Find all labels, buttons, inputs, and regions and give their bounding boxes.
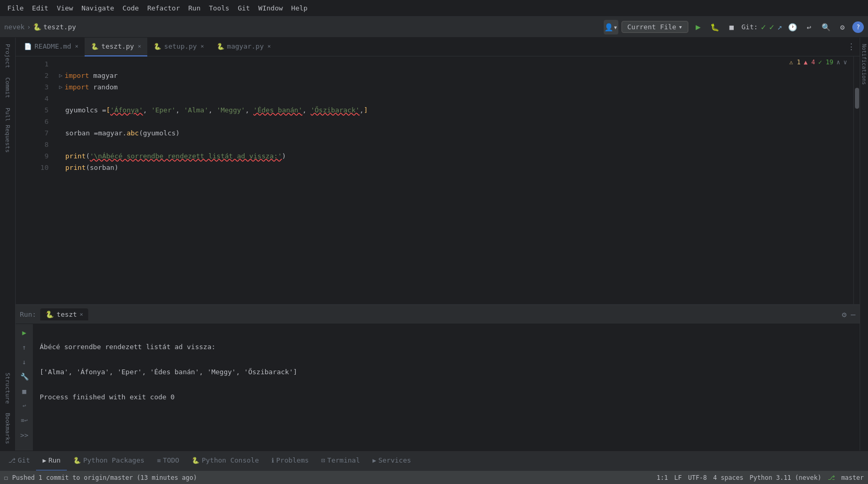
charset[interactable]: UTF-8 (688, 474, 707, 481)
python-version[interactable]: Python 3.11 (nevek) (749, 474, 821, 481)
var-gyumolcs: gyumolcs (65, 105, 102, 116)
fold-3[interactable]: ▷ (59, 82, 63, 93)
bottom-tab-run[interactable]: ▶ Run (36, 451, 67, 471)
run-wrench-btn[interactable]: 🔧 (18, 370, 31, 383)
menu-edit[interactable]: Edit (29, 3, 51, 13)
run-tab-icon-bottom: ▶ (42, 457, 46, 464)
menu-file[interactable]: File (4, 3, 27, 13)
code-editor[interactable]: 1 2 3 4 5 6 7 8 9 10 ▷ i (16, 56, 860, 304)
services-label: Services (378, 456, 411, 464)
run-tab-teszt[interactable]: 🐍 teszt × (40, 308, 88, 320)
bottom-tab-terminal[interactable]: ⊡ Terminal (315, 451, 366, 471)
run-play-btn[interactable]: ▶ (18, 326, 31, 339)
menu-view[interactable]: View (54, 3, 76, 13)
bottom-tab-python-packages[interactable]: 🐍 Python Packages (67, 451, 150, 471)
menu-help[interactable]: Help (288, 3, 311, 13)
run-config-button[interactable]: Current File ▾ (621, 21, 688, 33)
minimap-scrollbar[interactable] (853, 56, 860, 304)
menu-refactor[interactable]: Refactor (144, 3, 183, 13)
search-button[interactable]: 🔍 (819, 20, 832, 34)
tab-close-readme[interactable]: × (75, 43, 78, 50)
code-content[interactable]: ▷ import magyar ▷ import random (55, 56, 853, 304)
tab-close-setup[interactable]: × (201, 43, 204, 50)
ln-2: 2 (26, 70, 49, 82)
status-left: ☐ Pushed 1 commit to origin/master (13 m… (4, 474, 197, 481)
code-line-5: gyumolcs = [ 'Áfonya' , 'Eper' , 'Alma' … (59, 105, 849, 116)
bottom-tab-problems[interactable]: ℹ Problems (265, 451, 315, 471)
sidebar-pull-requests[interactable]: Pull Requests (3, 103, 12, 157)
tab-close-magyar[interactable]: × (267, 43, 271, 50)
run-panel-header: Run: 🐍 teszt × ⚙ — (16, 305, 860, 324)
run-panel-settings[interactable]: ⚙ (842, 310, 847, 319)
sidebar-structure[interactable]: Structure (3, 368, 12, 408)
method-abc: abc (126, 128, 138, 139)
menu-run[interactable]: Run (185, 3, 204, 13)
menu-code[interactable]: Code (120, 3, 142, 13)
sidebar-commit[interactable]: Commit (3, 73, 12, 102)
user-button[interactable]: 👤▾ (604, 20, 618, 34)
tab-teszt[interactable]: 🐍 teszt.py × (85, 38, 147, 56)
str-alma: 'Alma' (184, 105, 208, 116)
tab-readme[interactable]: 📄 README.md × (18, 38, 85, 56)
scrollbar-thumb[interactable] (855, 88, 859, 109)
run-button[interactable]: ▶ (691, 20, 705, 34)
tab-close-teszt[interactable]: × (138, 43, 142, 50)
menu-navigate[interactable]: Navigate (78, 3, 118, 13)
ln-10: 10 (26, 162, 49, 174)
help-icon-button[interactable]: ? (852, 21, 864, 33)
sidebar-project[interactable]: Project (3, 40, 12, 72)
status-right: 1:1 LF UTF-8 4 spaces Python 3.11 (nevek… (656, 474, 864, 481)
code-line-4 (59, 93, 849, 105)
str-afonya: 'Áfonya' (110, 105, 143, 116)
tab-magyar[interactable]: 🐍 magyar.py × (210, 38, 277, 56)
menu-git[interactable]: Git (234, 3, 253, 13)
todo-icon: ≡ (157, 457, 161, 464)
status-bar: ☐ Pushed 1 commit to origin/master (13 m… (0, 470, 868, 484)
ln-5: 5 (26, 105, 49, 116)
run-tab-close[interactable]: × (79, 311, 83, 318)
editor-indicators: ⚠ 1 ▲ 4 ✓ 19 ∧ ∨ (789, 59, 847, 66)
tab-setup[interactable]: 🐍 setup.py × (147, 38, 210, 56)
services-icon: ▶ (372, 457, 376, 464)
bottom-tab-git[interactable]: ⎇ Git (2, 451, 36, 471)
tab-more-button[interactable]: ⋮ (843, 42, 860, 52)
debug-button[interactable]: 🐛 (708, 20, 722, 34)
bottom-tab-todo[interactable]: ≡ TODO (151, 451, 186, 471)
run-more-btn[interactable]: >> (18, 429, 31, 441)
code-line-1 (59, 59, 849, 70)
line-ending[interactable]: LF (674, 474, 682, 481)
vcs-checkbox[interactable]: ☐ (4, 474, 8, 481)
menu-tools[interactable]: Tools (206, 3, 232, 13)
menu-window[interactable]: WIndow (255, 3, 286, 13)
warning-badge[interactable]: ⚠ 1 (789, 59, 801, 66)
param-sorban: sorban (90, 162, 114, 174)
breadcrumb-project[interactable]: nevek (4, 23, 25, 31)
run-wrap-btn[interactable]: ↩ (18, 399, 31, 412)
bottom-tab-python-console[interactable]: 🐍 Python Console (185, 451, 265, 471)
run-scroll-up[interactable]: ↑ (18, 341, 31, 353)
fold-2[interactable]: ▷ (59, 70, 63, 82)
cursor-position[interactable]: 1:1 (656, 474, 668, 481)
git-branch-name[interactable]: master (841, 474, 864, 481)
run-toolbar: ▶ ↑ ↓ 🔧 ■ ↩ ≡↩ >> (16, 324, 33, 451)
output-line-1 (40, 328, 847, 341)
bottom-tab-services[interactable]: ▶ Services (366, 451, 417, 471)
run-scroll-down[interactable]: ↓ (18, 355, 31, 368)
str-newline-msg: '\nÁbécé sorrendbe rendezett listát ad v… (90, 151, 282, 162)
run-panel-minimize[interactable]: — (851, 310, 855, 319)
run-format-btn[interactable]: ≡↩ (18, 414, 31, 427)
git-history-button[interactable]: 🕐 (785, 20, 799, 34)
run-scrollbar[interactable] (853, 324, 860, 451)
indent-setting[interactable]: 4 spaces (713, 474, 744, 481)
error-badge[interactable]: ▲ 4 (804, 59, 815, 66)
settings-button[interactable]: ⚙ (836, 20, 849, 34)
run-stop-btn[interactable]: ■ (18, 385, 31, 397)
notifications-label[interactable]: Notifications (861, 44, 867, 85)
sidebar-bookmarks[interactable]: Bookmarks (3, 409, 12, 448)
rollback-button[interactable]: ↩ (802, 20, 816, 34)
ok-badge[interactable]: ✓ 19 (818, 59, 834, 66)
collapse-btn[interactable]: ∨ (843, 59, 847, 66)
breadcrumb-file[interactable]: teszt.py (43, 23, 76, 31)
stop-button[interactable]: ■ (725, 20, 738, 34)
expand-btn[interactable]: ∧ (837, 59, 840, 66)
